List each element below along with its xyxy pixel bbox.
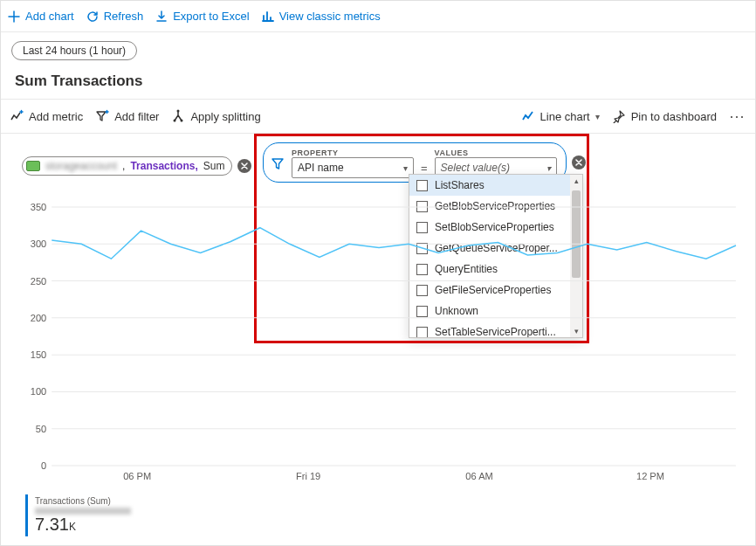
remove-metric-button[interactable] <box>237 159 251 173</box>
add-chart-button[interactable]: Add chart <box>8 10 74 23</box>
pin-label: Pin to dashboard <box>631 110 717 123</box>
refresh-icon <box>86 10 99 23</box>
svg-point-1 <box>174 120 176 122</box>
page-title: Sum Transactions <box>1 60 755 99</box>
split-icon <box>171 109 185 123</box>
chart-area: storageaccount , Transactions, Sum PROPE… <box>1 134 755 509</box>
svg-text:300: 300 <box>31 238 46 249</box>
add-metric-icon <box>10 109 24 123</box>
summary-value: 7.31 <box>35 515 69 534</box>
filter-property-value: API name <box>298 162 344 174</box>
apply-splitting-label: Apply splitting <box>190 110 260 123</box>
metric-pill-row: storageaccount , Transactions, Sum <box>22 156 251 176</box>
timerange-pill[interactable]: Last 24 hours (1 hour) <box>11 41 137 60</box>
svg-point-2 <box>181 120 183 122</box>
apply-splitting-button[interactable]: Apply splitting <box>171 109 260 123</box>
remove-filter-button[interactable] <box>572 156 586 169</box>
bar-chart-icon <box>262 10 274 23</box>
chevron-down-icon: ▾ <box>403 163 408 173</box>
pin-dashboard-button[interactable]: Pin to dashboard <box>612 109 717 123</box>
svg-text:50: 50 <box>36 424 46 434</box>
page-frame: Add chart Refresh Export to Excel View c… <box>0 0 756 546</box>
plus-icon <box>8 10 20 23</box>
metric-series-label: Transactions, <box>130 160 197 172</box>
svg-text:250: 250 <box>31 276 46 287</box>
line-chart-icon <box>521 109 535 123</box>
pin-icon <box>612 109 626 123</box>
close-icon <box>575 159 582 166</box>
add-metric-button[interactable]: Add metric <box>10 109 83 123</box>
svg-text:Fri 19: Fri 19 <box>296 471 320 481</box>
view-classic-label: View classic metrics <box>279 10 381 23</box>
chart-plot: 05010015020025030035006 PMFri 1906 AM12 … <box>22 204 743 497</box>
chart-type-label: Line chart <box>540 110 590 123</box>
add-filter-label: Add filter <box>114 110 159 123</box>
filter-property-select[interactable]: API name ▾ <box>292 157 414 178</box>
svg-text:350: 350 <box>31 204 46 212</box>
summary-blur <box>35 508 131 515</box>
add-metric-label: Add metric <box>29 110 83 123</box>
dropdown-option[interactable]: ListShares <box>409 175 582 196</box>
add-filter-button[interactable]: Add filter <box>95 109 159 123</box>
filter-property-label: PROPERTY <box>292 149 414 157</box>
chart-toolbar: Add metric Add filter Apply splitting Li… <box>1 99 755 134</box>
chevron-down-icon: ▾ <box>595 112 600 121</box>
summary-unit: K <box>69 521 76 533</box>
filter-values-placeholder: Select value(s) <box>441 162 510 174</box>
svg-point-0 <box>177 110 180 113</box>
export-excel-label: Export to Excel <box>173 10 249 23</box>
metric-agg-label: Sum <box>203 160 225 172</box>
filter-icon <box>95 109 109 123</box>
export-excel-button[interactable]: Export to Excel <box>155 10 249 23</box>
view-classic-button[interactable]: View classic metrics <box>262 10 381 23</box>
download-icon <box>155 10 168 23</box>
summary-value-row: 7.31K <box>35 515 131 535</box>
svg-text:100: 100 <box>31 386 46 397</box>
summary-card: Transactions (Sum) 7.31K <box>25 494 131 536</box>
chevron-down-icon: ▾ <box>546 163 551 173</box>
checkbox[interactable] <box>416 180 428 191</box>
funnel-icon <box>271 156 285 170</box>
summary-label: Transactions (Sum) <box>35 496 131 506</box>
add-chart-label: Add chart <box>25 10 74 23</box>
svg-text:0: 0 <box>41 460 46 471</box>
metric-resource-label: storageaccount <box>45 160 117 172</box>
svg-text:12 PM: 12 PM <box>636 471 664 481</box>
metric-pill[interactable]: storageaccount , Transactions, Sum <box>22 156 232 176</box>
command-bar: Add chart Refresh Export to Excel View c… <box>1 1 755 32</box>
svg-text:200: 200 <box>31 313 46 323</box>
svg-text:06 PM: 06 PM <box>123 471 151 481</box>
close-icon <box>241 162 248 169</box>
timerange-bar: Last 24 hours (1 hour) <box>1 32 755 60</box>
svg-text:150: 150 <box>31 349 46 360</box>
refresh-label: Refresh <box>104 10 144 23</box>
filter-values-label: VALUES <box>435 149 557 157</box>
resource-icon <box>26 161 40 171</box>
scroll-up-arrow[interactable]: ▴ <box>570 175 582 187</box>
filter-property-column: PROPERTY API name ▾ <box>292 149 414 178</box>
chart-type-selector[interactable]: Line chart ▾ <box>521 109 600 123</box>
svg-text:06 AM: 06 AM <box>465 471 492 481</box>
dropdown-option-label: ListShares <box>435 179 485 191</box>
more-options-button[interactable]: ⋯ <box>729 107 746 126</box>
refresh-button[interactable]: Refresh <box>86 10 144 23</box>
